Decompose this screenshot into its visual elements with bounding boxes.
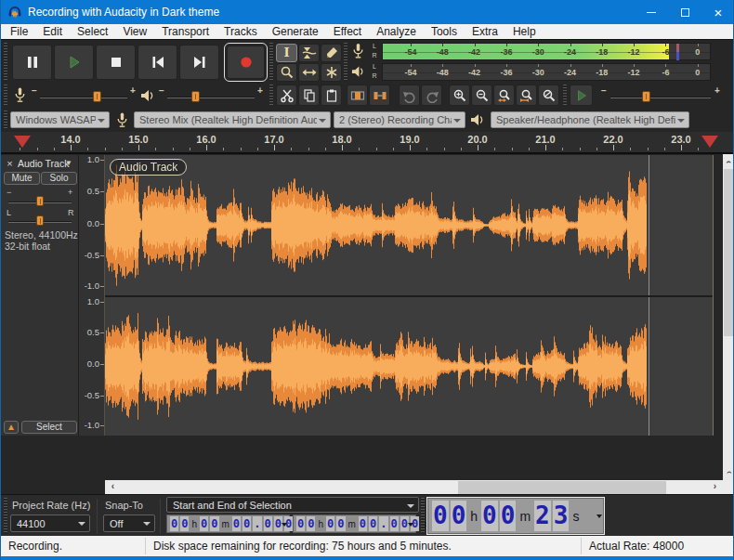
multi-tool-button[interactable]: [321, 63, 342, 82]
menu-item-edit[interactable]: Edit: [35, 24, 70, 39]
time-digit[interactable]: 3: [553, 501, 570, 531]
close-button[interactable]: ×: [701, 0, 734, 24]
time-digit[interactable]: 0: [170, 516, 178, 531]
zoom-in-button[interactable]: [449, 85, 470, 106]
maximize-button[interactable]: [668, 0, 701, 24]
playback-device-select[interactable]: Speaker/Headphone (Realtek High Definiti…: [491, 111, 689, 128]
time-field-dropdown-icon[interactable]: [282, 523, 287, 527]
skip-to-start-button[interactable]: [138, 45, 177, 80]
play-speed-slider[interactable]: [610, 97, 711, 98]
menu-item-effect[interactable]: Effect: [326, 24, 369, 39]
track-close-button[interactable]: ×: [4, 158, 16, 170]
scroll-left-arrow[interactable]: ‹: [107, 481, 119, 491]
time-digit[interactable]: 0: [369, 516, 377, 531]
time-digit[interactable]: 0: [500, 501, 517, 531]
selection-tool-button[interactable]: I: [276, 44, 297, 62]
recording-meter-bar[interactable]: -54-48-42-36-30-24-18-12-60: [382, 43, 711, 60]
selection-mode-select[interactable]: Start and End of Selection: [166, 497, 419, 513]
menu-item-generate[interactable]: Generate: [265, 24, 326, 39]
menu-item-extra[interactable]: Extra: [465, 24, 505, 39]
device-toolbar-grip[interactable]: [4, 111, 7, 129]
time-digit[interactable]: 0: [232, 516, 241, 531]
pan-slider-thumb[interactable]: [36, 215, 44, 226]
redo-button[interactable]: [421, 85, 442, 106]
play-speed-thumb[interactable]: [642, 91, 650, 102]
track-select-button[interactable]: Select: [21, 421, 77, 434]
menu-item-help[interactable]: Help: [505, 24, 544, 39]
recording-device-select[interactable]: Stereo Mix (Realtek High Definition Audi…: [134, 111, 331, 128]
menu-item-analyze[interactable]: Analyze: [369, 24, 424, 39]
collapse-track-button[interactable]: ▲: [4, 421, 19, 434]
zoom-tool-button[interactable]: [276, 63, 297, 82]
time-digit[interactable]: 0: [242, 516, 251, 531]
menu-item-transport[interactable]: Transport: [154, 24, 216, 39]
time-digit[interactable]: .: [253, 516, 261, 531]
playback-meter-bar[interactable]: -54-48-42-36-30-24-18-12-60: [382, 63, 711, 81]
time-digit[interactable]: 0: [264, 516, 272, 531]
gain-slider-thumb[interactable]: [36, 196, 44, 206]
cut-button[interactable]: [276, 85, 297, 106]
time-digit[interactable]: 0: [390, 516, 399, 531]
selection-end-time[interactable]: 00h00m00.000s: [293, 514, 416, 533]
tools-toolbar-grip[interactable]: [269, 43, 273, 82]
time-toolbar-grip[interactable]: [421, 498, 425, 534]
fit-selection-button[interactable]: [493, 85, 515, 106]
menu-item-view[interactable]: View: [115, 24, 154, 39]
time-digit[interactable]: .: [379, 516, 387, 531]
menu-item-select[interactable]: Select: [70, 24, 115, 39]
track-name-overlay[interactable]: Audio Track: [110, 159, 187, 176]
time-digit[interactable]: 0: [296, 516, 305, 531]
time-digit[interactable]: 0: [359, 516, 367, 531]
time-digit[interactable]: 0: [210, 516, 218, 531]
silence-audio-button[interactable]: [369, 85, 390, 106]
paste-button[interactable]: [321, 85, 342, 106]
time-digit[interactable]: 0: [180, 516, 189, 531]
selection-toolbar-grip[interactable]: [4, 498, 7, 534]
track-menu-dropdown-icon[interactable]: ▼: [65, 159, 72, 167]
zoom-toggle-button[interactable]: [538, 85, 559, 106]
amplitude-ruler[interactable]: 1.00.50.0-0.5-1.01.00.50.0-0.5-1.0: [79, 155, 105, 436]
record-button[interactable]: [227, 46, 265, 79]
scroll-up-arrow[interactable]: ‹: [724, 156, 734, 168]
menu-item-tracks[interactable]: Tracks: [216, 24, 265, 39]
time-digit[interactable]: 2: [534, 501, 551, 531]
recording-meter[interactable]: L R -54-48-42-36-30-24-18-12-60: [350, 42, 709, 61]
mixer-toolbar-grip[interactable]: [4, 85, 7, 107]
time-digit[interactable]: 0: [451, 501, 467, 531]
recording-volume-thumb[interactable]: [93, 91, 101, 102]
recording-time-display[interactable]: 00h00m23s: [426, 497, 605, 535]
time-field-dropdown-icon[interactable]: [596, 514, 602, 518]
solo-button[interactable]: Solo: [41, 172, 77, 185]
time-field-dropdown-icon[interactable]: [408, 523, 413, 527]
audio-host-select[interactable]: Windows WASAPI: [10, 111, 110, 128]
playback-volume-slider[interactable]: [167, 97, 255, 98]
envelope-tool-button[interactable]: [298, 44, 320, 62]
vertical-scrollbar[interactable]: ‹ ›: [723, 154, 734, 480]
waveform-channel-right[interactable]: [105, 297, 713, 436]
menu-item-file[interactable]: File: [3, 24, 35, 39]
play-at-speed-toolbar-grip[interactable]: [563, 85, 567, 107]
time-digit[interactable]: 0: [432, 501, 449, 531]
horizontal-scrollbar[interactable]: ‹ ›: [105, 480, 723, 495]
stop-button[interactable]: [96, 45, 136, 80]
meter-toolbar-grip[interactable]: [344, 43, 347, 82]
undo-button[interactable]: [399, 85, 420, 106]
copy-button[interactable]: [298, 85, 320, 106]
minimize-button[interactable]: [635, 0, 668, 24]
scroll-right-arrow[interactable]: ›: [709, 481, 721, 491]
play-button[interactable]: [54, 45, 94, 80]
track-name[interactable]: Audio Track: [18, 158, 69, 169]
time-digit[interactable]: 0: [200, 516, 208, 531]
recording-volume-slider[interactable]: [40, 97, 127, 98]
time-digit[interactable]: 0: [336, 516, 345, 531]
zoom-out-button[interactable]: [471, 85, 492, 106]
fit-project-button[interactable]: [516, 85, 537, 106]
time-digit[interactable]: 0: [307, 516, 315, 531]
menu-item-tools[interactable]: Tools: [424, 24, 465, 39]
snap-to-select[interactable]: Off: [103, 514, 155, 532]
selection-start-time[interactable]: 00h00m00.000s: [166, 514, 290, 533]
waveform-channel-left[interactable]: [105, 155, 713, 295]
skip-to-end-button[interactable]: [179, 45, 219, 80]
timeline-ruler[interactable]: 14.015.016.017.018.019.020.021.022.023.0: [1, 132, 734, 153]
trim-audio-button[interactable]: [347, 85, 368, 106]
